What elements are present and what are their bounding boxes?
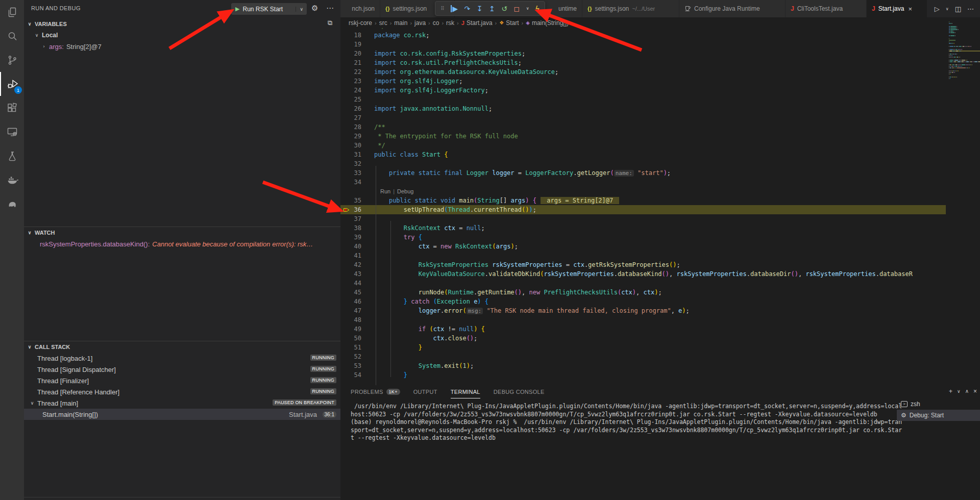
code-line[interactable]: 19	[340, 40, 980, 49]
code-line[interactable]: 48	[340, 315, 980, 324]
line-number[interactable]: 23	[340, 78, 361, 85]
breadcrumb-item[interactable]: rskj-core	[349, 19, 372, 27]
breadcrumb-item[interactable]: java	[414, 19, 426, 27]
activity-search-icon[interactable]	[0, 24, 24, 48]
activity-explorer-icon[interactable]	[0, 0, 24, 24]
thread-row[interactable]: Thread [Reference Handler]RUNNING	[24, 386, 340, 397]
line-number[interactable]: 41	[340, 252, 361, 259]
terminal-list-item-zsh[interactable]: >zsh	[897, 398, 980, 410]
code-line[interactable]: 22import org.ethereum.datasource.KeyValu…	[340, 67, 980, 77]
tab-clitoolstest.java[interactable]: JCliToolsTest.java	[786, 0, 867, 17]
breakpoints-header[interactable]: ∨ BREAKPOINTS	[24, 497, 340, 500]
line-number[interactable]: 43	[340, 270, 361, 278]
line-number[interactable]: 35	[340, 197, 361, 204]
chevron-down-icon[interactable]: ∨	[946, 7, 949, 11]
code-line[interactable]: 38 RskContext ctx = null;	[340, 223, 980, 233]
activity-gradle-icon[interactable]	[0, 192, 24, 216]
variables-scope-local[interactable]: ∨ Local	[24, 30, 340, 41]
breadcrumb-item[interactable]: rsk	[446, 19, 454, 27]
restart-icon[interactable]: ↺	[501, 5, 507, 12]
activity-run-and-debug-icon[interactable]: 1	[0, 72, 24, 96]
code-line[interactable]: 46 } catch (Exception e) {	[340, 297, 980, 306]
thread-row[interactable]: ∨Thread [main]PAUSED ON BREAKPOINT	[24, 397, 340, 409]
continue-icon[interactable]: ▶	[451, 5, 458, 12]
tab-configure-java-runtime[interactable]: Configure Java Runtime	[679, 0, 786, 17]
code-line[interactable]: 37	[340, 214, 980, 223]
terminal-list-item-debug-start[interactable]: ⚙Debug: Start	[897, 410, 980, 421]
line-number[interactable]: 27	[340, 114, 361, 121]
line-number[interactable]: 22	[340, 68, 361, 76]
code-line[interactable]: 21import co.rsk.util.PreflightChecksUtil…	[340, 58, 980, 67]
line-number[interactable]: 44	[340, 280, 361, 287]
breadcrumb-member[interactable]: ◈main(String[])	[526, 19, 569, 27]
line-number[interactable]: 49	[340, 326, 361, 333]
activity-docker-icon[interactable]	[0, 168, 24, 192]
codelens-run-link[interactable]: Run	[380, 188, 390, 194]
line-number[interactable]: 33	[340, 169, 361, 177]
line-number[interactable]: 17	[340, 28, 361, 30]
activity-source-control-icon[interactable]	[0, 48, 24, 72]
line-number[interactable]: 29	[340, 133, 361, 140]
breadcrumb-item[interactable]: main	[394, 19, 407, 27]
line-number[interactable]: 24	[340, 87, 361, 94]
gear-icon[interactable]: ⚙	[311, 4, 318, 12]
line-number[interactable]: 42	[340, 261, 361, 268]
minimap[interactable]	[946, 21, 980, 385]
code-line[interactable]: 40 ctx = new RskContext(args);	[340, 242, 980, 251]
code-line[interactable]: 27	[340, 113, 980, 122]
line-number[interactable]: 31	[340, 151, 361, 158]
code-line[interactable]: 53 System.exit(1);	[340, 361, 980, 370]
line-number[interactable]: 21	[340, 59, 361, 66]
line-number[interactable]: 46	[340, 298, 361, 305]
code-area[interactable]: 17 */18package co.rsk;1920import co.rsk.…	[340, 28, 980, 385]
breadcrumb-item[interactable]: co	[433, 19, 439, 27]
code-line[interactable]: 26import javax.annotation.Nonnull;	[340, 104, 980, 113]
activity-extensions-icon[interactable]	[0, 96, 24, 120]
code-line[interactable]: 29 * The entrypoint for the RSK full nod…	[340, 132, 980, 141]
line-number[interactable]: 45	[340, 289, 361, 296]
line-number[interactable]: 50	[340, 335, 361, 342]
line-number[interactable]: 48	[340, 316, 361, 323]
drag-handle-icon[interactable]: ⠿	[440, 6, 444, 11]
breadcrumb-symbol[interactable]: ❖Start	[499, 19, 519, 27]
panel-tab-output[interactable]: OUTPUT	[413, 385, 437, 398]
code-line[interactable]: 41	[340, 251, 980, 260]
watch-header[interactable]: ∨ WATCH	[24, 227, 340, 238]
line-number[interactable]: 51	[340, 344, 361, 351]
step-out-icon[interactable]: ↥	[489, 5, 495, 12]
split-editor-icon[interactable]: ◫	[955, 5, 961, 13]
step-over-icon[interactable]: ↷	[464, 5, 470, 12]
code-line[interactable]: 18package co.rsk;	[340, 31, 980, 40]
line-number[interactable]: 26	[340, 105, 361, 112]
line-number[interactable]: 19	[340, 41, 361, 48]
line-number[interactable]: 37	[340, 215, 361, 222]
code-line[interactable]: 47 logger.error(msg: "The RSK node main …	[340, 306, 980, 315]
code-line[interactable]: 28/**	[340, 122, 980, 132]
code-line[interactable]: 42 RskSystemProperties rskSystemProperti…	[340, 260, 980, 269]
stop-icon[interactable]: ◻	[514, 5, 520, 12]
line-number[interactable]: 20	[340, 50, 361, 57]
step-into-icon[interactable]: ↧	[477, 5, 483, 12]
code-line[interactable]: 33 private static final Logger logger = …	[340, 168, 980, 178]
run-config-button[interactable]: ▶ Run RSK Start ∨	[231, 3, 307, 15]
close-icon[interactable]: ×	[908, 5, 912, 13]
thread-row[interactable]: Thread [logback-1]RUNNING	[24, 353, 340, 364]
line-number[interactable]: 53	[340, 362, 361, 369]
chevron-down-icon[interactable]: ∨	[957, 389, 961, 395]
call-stack-header[interactable]: ∨ CALL STACK	[24, 341, 340, 353]
panel-tab-problems[interactable]: PROBLEMS1K+	[351, 385, 400, 398]
activity-remote-explorer-icon[interactable]	[0, 120, 24, 144]
terminal-output[interactable]: /usr/bin/env /Library/Internet\ Plug-Ins…	[351, 403, 980, 442]
line-number[interactable]: 25	[340, 96, 361, 103]
hot-code-replace-icon[interactable]: ϟ	[535, 5, 539, 12]
code-line[interactable]: 54 }	[340, 370, 980, 380]
stop-menu-icon[interactable]: ∨	[526, 7, 529, 11]
code-line[interactable]: 49 if (ctx != null) {	[340, 324, 980, 334]
more-actions-icon[interactable]: ⋯	[326, 4, 334, 12]
maximize-panel-icon[interactable]: ∧	[965, 388, 969, 395]
line-number[interactable]: 47	[340, 307, 361, 314]
line-number[interactable]: 28	[340, 123, 361, 131]
code-line[interactable]: 39 try {	[340, 233, 980, 242]
code-line[interactable]: 50 ctx.close();	[340, 334, 980, 343]
tab-nch.json[interactable]: nch.json	[340, 0, 380, 17]
